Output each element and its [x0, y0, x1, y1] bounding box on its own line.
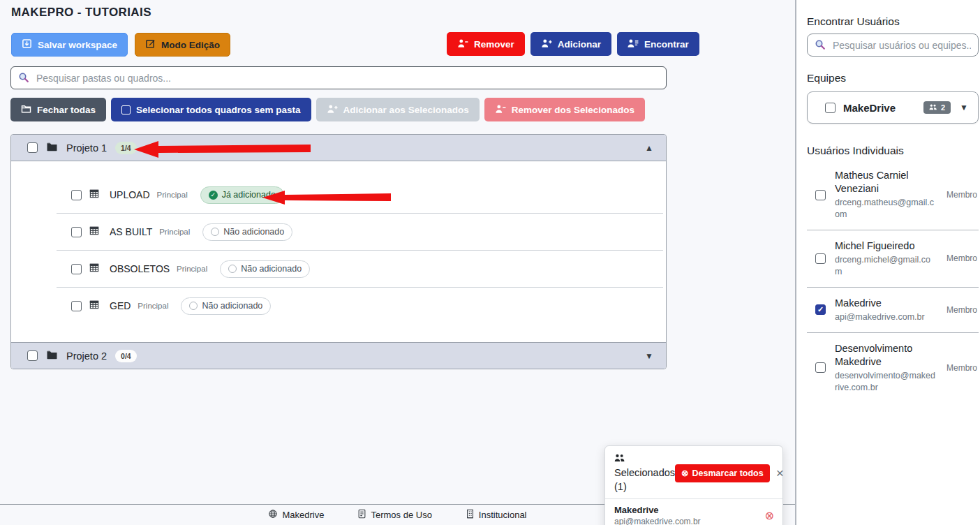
deselect-all-button[interactable]: ⊗ Desmarcar todos — [675, 464, 770, 482]
user-row-michel[interactable]: Michel Figueiredo drceng.michel@gmail.co… — [807, 230, 979, 287]
status-badge-added: ✓ Já adicionado — [200, 186, 284, 204]
sidebar-title: Encontrar Usuários — [807, 15, 976, 28]
board-name: OBSOLETOS — [110, 263, 170, 274]
save-workspace-button[interactable]: Salvar workspace — [11, 33, 128, 57]
folder-icon — [21, 104, 31, 115]
user-email: drceng.michel@gmail.com — [835, 254, 937, 278]
board-tag: Principal — [138, 302, 168, 310]
team-card-makedrive[interactable]: MakeDrive 2 ▼ — [807, 91, 979, 124]
workspace-toolbar: Salvar workspace Modo Edição — [11, 33, 230, 57]
add-button[interactable]: Adicionar — [530, 32, 611, 56]
board-name: AS BUILT — [110, 226, 152, 237]
add-to-selected-button[interactable]: Adicionar aos Selecionados — [316, 98, 480, 121]
remove-from-selected-button[interactable]: Remover dos Selecionados — [484, 98, 645, 121]
user-checkbox[interactable] — [815, 253, 826, 264]
selected-users-panel: Selecionados (1) ⊗ Desmarcar todos × Mak… — [604, 445, 783, 525]
user-name: Makedrive — [835, 297, 937, 310]
search-icon — [815, 39, 826, 53]
user-checkbox-checked[interactable] — [815, 304, 826, 315]
globe-icon — [268, 509, 278, 521]
board-row-upload[interactable]: UPLOAD Principal ✓ Já adicionado — [11, 177, 666, 213]
folder-name: Projeto 1 — [66, 142, 107, 154]
footer-link-makedrive[interactable]: Makedrive — [268, 509, 324, 521]
selected-panel-header: Selecionados (1) ⊗ Desmarcar todos × — [605, 446, 782, 498]
user-search-input[interactable] — [807, 34, 979, 57]
folders-accordion: Projeto 1 1/4 ▲ UPLOAD Principal ✓ Já ad… — [10, 134, 667, 369]
empty-circle-icon — [228, 265, 237, 273]
remove-button[interactable]: Remover — [447, 32, 525, 56]
search-icon — [18, 72, 29, 86]
team-member-count-badge: 2 — [923, 101, 951, 114]
person-minus-icon — [457, 38, 468, 50]
building-icon — [466, 509, 475, 521]
folder-name: Projeto 2 — [66, 350, 107, 362]
close-all-folders-button[interactable]: Fechar todas — [10, 98, 106, 121]
board-name: GED — [110, 300, 131, 311]
edit-pencil-icon — [145, 38, 156, 51]
user-row-makedrive[interactable]: Makedrive api@makedrive.com.br Membro — [807, 287, 979, 332]
team-checkbox[interactable] — [825, 103, 836, 113]
find-button[interactable]: Encontrar — [617, 32, 699, 56]
team-name: MakeDrive — [843, 102, 896, 114]
board-checkbox[interactable] — [71, 190, 82, 200]
table-icon — [89, 262, 100, 276]
close-icon[interactable]: × — [776, 466, 784, 480]
edit-mode-button[interactable]: Modo Edição — [135, 33, 230, 57]
user-checkbox[interactable] — [815, 190, 826, 200]
selected-count-label: Selecionados (1) — [614, 466, 675, 494]
bulk-actions-toolbar: Fechar todas Selecionar todos quadros se… — [10, 98, 645, 121]
footer-link-institucional[interactable]: Institucional — [466, 509, 527, 521]
people-icon — [929, 103, 937, 112]
chevron-down-icon[interactable]: ▼ — [960, 103, 968, 112]
footer-link-termos[interactable]: Termos de Uso — [357, 509, 431, 521]
board-tag: Principal — [157, 191, 188, 199]
board-row-ged[interactable]: GED Principal Não adicionado — [11, 288, 666, 324]
page-title: MAKEPRO - TUTORIAIS — [11, 6, 151, 20]
selected-user-item: Makedrive api@makedrive.com.br ⊗ — [605, 498, 782, 525]
user-name: Michel Figueiredo — [835, 239, 937, 253]
folder-icon — [46, 142, 58, 154]
board-checkbox[interactable] — [71, 301, 82, 311]
board-list: UPLOAD Principal ✓ Já adicionado AS BUIL… — [11, 161, 666, 342]
folder-header-projeto-2[interactable]: Projeto 2 0/4 ▼ — [11, 342, 666, 369]
user-role: Membro — [946, 363, 979, 373]
folder-checkbox[interactable] — [27, 142, 38, 153]
table-icon — [89, 225, 100, 239]
folder-checkbox[interactable] — [27, 350, 38, 361]
user-search — [807, 34, 979, 57]
selected-user-email: api@makedrive.com.br — [614, 517, 701, 525]
user-row-matheus[interactable]: Matheus Carniel Veneziani drceng.matheus… — [807, 160, 979, 230]
users-sidebar: Encontrar Usuários Equipes MakeDrive 2 ▼… — [795, 0, 980, 525]
status-badge-not-added: Não adicionado — [181, 297, 271, 315]
folder-header-projeto-1[interactable]: Projeto 1 1/4 ▲ — [11, 135, 666, 161]
people-icon — [614, 452, 625, 464]
folder-count-badge: 0/4 — [115, 350, 137, 362]
person-plus-icon — [541, 38, 552, 50]
board-row-obsoletos[interactable]: OBSOLETOS Principal Não adicionado — [11, 251, 666, 287]
empty-circle-icon — [211, 228, 219, 236]
board-row-as-built[interactable]: AS BUILT Principal Não adicionado — [11, 214, 666, 250]
table-icon — [89, 188, 100, 202]
user-name: Desenvolvimento Makedrive — [835, 342, 937, 369]
user-checkbox[interactable] — [815, 362, 826, 373]
user-row-desenvolvimento[interactable]: Desenvolvimento Makedrive desenvolviment… — [807, 332, 979, 403]
chevron-up-icon[interactable]: ▲ — [645, 143, 653, 153]
remove-selected-user-icon[interactable]: ⊗ — [765, 509, 774, 522]
select-all-boards-button[interactable]: Selecionar todos quadros sem pasta — [111, 98, 311, 121]
user-role: Membro — [946, 305, 979, 315]
board-name: UPLOAD — [110, 189, 150, 200]
main-panel: MAKEPRO - TUTORIAIS Salvar workspace Mod… — [0, 0, 795, 525]
board-checkbox[interactable] — [71, 227, 82, 237]
individual-users-title: Usuários Individuais — [807, 145, 976, 157]
user-role: Membro — [946, 253, 979, 263]
board-checkbox[interactable] — [71, 264, 82, 274]
board-search-input[interactable] — [10, 66, 667, 89]
status-badge-not-added: Não adicionado — [202, 223, 292, 241]
selected-user-name: Makedrive — [614, 505, 701, 515]
check-circle-icon: ✓ — [209, 191, 218, 200]
people-list-icon — [628, 38, 639, 50]
table-icon — [89, 300, 100, 313]
user-list: Matheus Carniel Veneziani drceng.matheus… — [807, 160, 979, 403]
chevron-down-icon[interactable]: ▼ — [645, 351, 653, 361]
folder-icon — [46, 350, 58, 362]
